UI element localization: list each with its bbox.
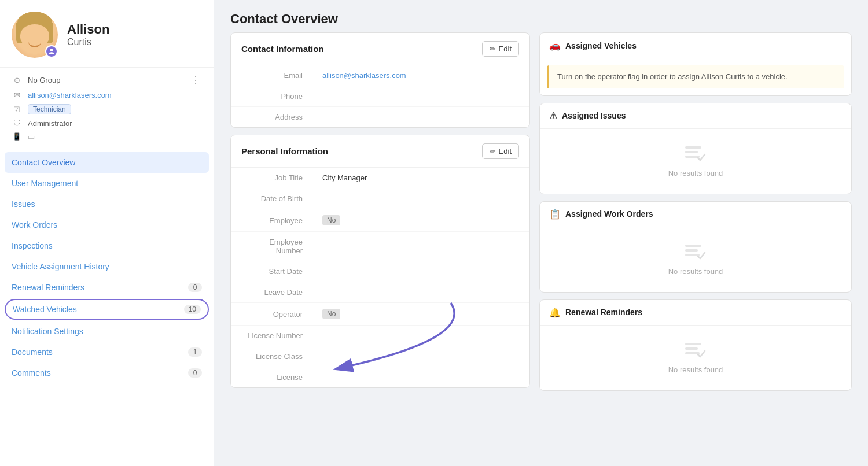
user-badge-icon xyxy=(45,45,58,58)
svg-rect-7 xyxy=(685,343,701,345)
table-row: Employee No xyxy=(231,209,529,232)
device-placeholder: ▭ xyxy=(28,132,35,141)
car-icon: 🚗 xyxy=(549,40,561,51)
contact-info-table: Email allison@sharklasers.com Phone Addr… xyxy=(231,65,529,127)
assigned-work-orders-header: 📋 Assigned Work Orders xyxy=(540,202,851,227)
table-row: Start Date xyxy=(231,261,529,282)
field-value-license xyxy=(312,367,529,388)
contact-info-edit-button[interactable]: ✏ Edit xyxy=(482,41,519,57)
field-value-license-number xyxy=(312,326,529,346)
personal-info-card: Personal Information ✏ Edit Job Title Ci… xyxy=(230,135,530,388)
personal-info-header: Personal Information ✏ Edit xyxy=(231,135,529,168)
sidebar-item-renewal-reminders[interactable]: Renewal Reminders 0 xyxy=(0,277,214,298)
assigned-work-orders-empty-label: No results found xyxy=(668,267,723,276)
table-row: Phone xyxy=(231,86,529,107)
comments-badge: 0 xyxy=(188,368,202,378)
sidebar-item-contact-overview[interactable]: Contact Overview xyxy=(5,152,209,173)
sidebar-item-work-orders[interactable]: Work Orders xyxy=(0,214,214,235)
document-icon: 📋 xyxy=(549,209,561,220)
device-row: 📱 ▭ xyxy=(12,132,202,141)
table-row: Employee Number xyxy=(231,232,529,261)
field-value-operator: No xyxy=(312,303,529,326)
main-header: Contact Overview xyxy=(214,0,868,32)
group-row: ⊙ No Group ⋮ xyxy=(12,73,202,86)
field-value-employee: No xyxy=(312,209,529,232)
employee-toggle[interactable]: No xyxy=(322,215,340,225)
assigned-work-orders-card: 📋 Assigned Work Orders No results found xyxy=(539,201,852,293)
assigned-vehicles-warning: Turn on the operator flag in order to as… xyxy=(547,65,844,88)
pencil-icon: ✏ xyxy=(490,147,496,156)
personal-info-table: Job Title City Manager Date of Birth Emp… xyxy=(231,168,529,387)
renewal-reminders-title: Renewal Reminders xyxy=(565,308,642,317)
no-results-icon xyxy=(685,145,706,164)
profile-name: Allison Curtis xyxy=(67,22,109,47)
sidebar-item-inspections[interactable]: Inspections xyxy=(0,235,214,256)
table-row: Operator No xyxy=(231,303,529,326)
nav-label-notification-settings: Notification Settings xyxy=(12,327,83,336)
nav-label-watched-vehicles: Watched Vehicles xyxy=(13,305,77,314)
svg-rect-1 xyxy=(685,146,701,149)
field-label-employee-number: Employee Number xyxy=(231,232,312,261)
admin-label: Administrator xyxy=(28,119,72,128)
field-value-dob xyxy=(312,188,529,209)
sidebar-item-issues[interactable]: Issues xyxy=(0,194,214,214)
field-label-address: Address xyxy=(231,107,312,128)
page-title: Contact Overview xyxy=(230,12,852,27)
left-column: Contact Information ✏ Edit Email allison… xyxy=(230,32,530,454)
edit-label: Edit xyxy=(499,45,512,53)
field-label-license-class: License Class xyxy=(231,346,312,367)
admin-row: 🛡 Administrator xyxy=(12,119,202,128)
assigned-issues-empty-label: No results found xyxy=(668,169,723,177)
table-row: License Class xyxy=(231,346,529,367)
main-body: Contact Information ✏ Edit Email allison… xyxy=(214,32,868,466)
sidebar-item-documents[interactable]: Documents 1 xyxy=(0,342,214,363)
sidebar-item-notification-settings[interactable]: Notification Settings xyxy=(0,321,214,342)
group-more-icon[interactable]: ⋮ xyxy=(190,73,202,86)
field-label-phone: Phone xyxy=(231,86,312,107)
nav-label-comments: Comments xyxy=(12,368,51,378)
sidebar-item-watched-vehicles[interactable]: Watched Vehicles 10 xyxy=(5,299,209,320)
renewal-reminders-empty-label: No results found xyxy=(668,365,723,374)
role-badge: Technician xyxy=(28,104,71,114)
contact-info-header: Contact Information ✏ Edit xyxy=(231,33,529,65)
email-link[interactable]: allison@sharklasers.com xyxy=(28,91,112,99)
nav-label-contact-overview: Contact Overview xyxy=(12,158,75,167)
nav-label-documents: Documents xyxy=(12,347,53,357)
table-row: License xyxy=(231,367,529,388)
watched-vehicles-badge: 10 xyxy=(184,305,201,314)
mobile-icon: 📱 xyxy=(12,132,22,141)
field-value-job-title: City Manager xyxy=(312,168,529,188)
table-row: License Number xyxy=(231,326,529,346)
group-icon: ⊙ xyxy=(12,76,22,84)
svg-rect-5 xyxy=(685,249,698,252)
table-row: Address xyxy=(231,107,529,128)
svg-rect-8 xyxy=(685,347,698,350)
assigned-work-orders-title: Assigned Work Orders xyxy=(565,209,653,219)
sidebar-item-vehicle-assignment-history[interactable]: Vehicle Assignment History xyxy=(0,256,214,277)
assigned-issues-header: ⚠ Assigned Issues xyxy=(540,103,851,129)
field-label-email: Email xyxy=(231,65,312,86)
profile-first-name: Allison xyxy=(67,22,109,37)
renewal-reminders-empty: No results found xyxy=(540,326,851,390)
field-label-job-title: Job Title xyxy=(231,168,312,188)
field-label-start-date: Start Date xyxy=(231,261,312,282)
assigned-vehicles-header: 🚗 Assigned Vehicles xyxy=(540,33,851,58)
renewal-reminders-card: 🔔 Renewal Reminders No results found xyxy=(539,299,852,391)
personal-info-edit-button[interactable]: ✏ Edit xyxy=(482,143,519,159)
sidebar-item-user-management[interactable]: User Management xyxy=(0,173,214,194)
field-value-email: allison@sharklasers.com xyxy=(312,65,529,86)
table-row: Job Title City Manager xyxy=(231,168,529,188)
assigned-vehicles-title: Assigned Vehicles xyxy=(565,41,637,50)
nav-label-vehicle-assignment-history: Vehicle Assignment History xyxy=(12,262,109,271)
nav-label-renewal-reminders: Renewal Reminders xyxy=(12,283,84,292)
shield-icon: 🛡 xyxy=(12,119,22,128)
email-icon: ✉ xyxy=(12,91,22,99)
operator-toggle[interactable]: No xyxy=(322,309,340,319)
bell-icon: 🔔 xyxy=(549,307,561,318)
field-value-license-class xyxy=(312,346,529,367)
pencil-icon: ✏ xyxy=(490,45,496,53)
sidebar-nav: Contact Overview User Management Issues … xyxy=(0,147,214,466)
sidebar-item-comments[interactable]: Comments 0 xyxy=(0,363,214,383)
field-label-leave-date: Leave Date xyxy=(231,282,312,303)
profile-last-name: Curtis xyxy=(67,37,109,47)
